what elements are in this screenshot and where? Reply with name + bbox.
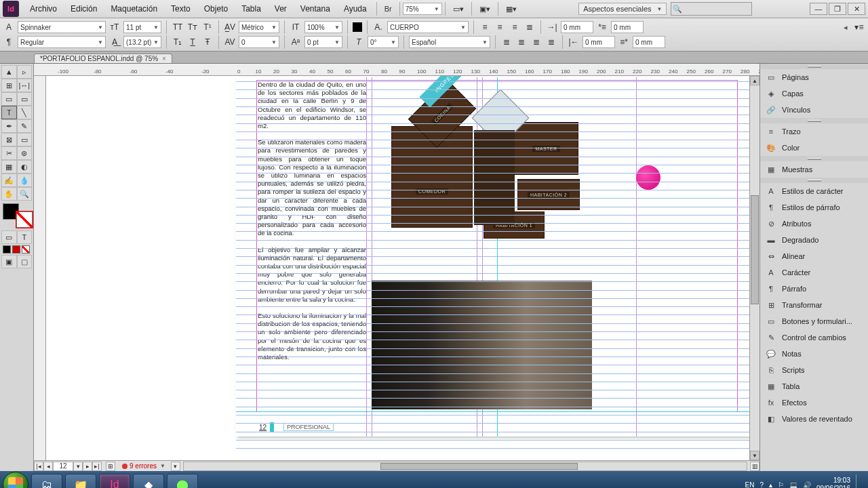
taskbar-libraries[interactable]: 🗂 — [31, 474, 62, 488]
tray-clock[interactable]: 19:0309/06/2016 — [816, 476, 850, 488]
align-center-icon[interactable]: ≡ — [494, 21, 506, 33]
leading-input[interactable]: (13.2 pt)▼ — [123, 36, 161, 48]
subscript-icon[interactable]: T₁ — [172, 36, 184, 48]
scroll-down-button[interactable]: ▼ — [750, 451, 760, 460]
page-dropdown[interactable]: ▾ — [73, 462, 83, 471]
panel-efectos[interactable]: fxEfectos — [760, 394, 868, 411]
minimize-button[interactable]: — — [810, 3, 827, 15]
dock-grip[interactable] — [760, 178, 868, 183]
open-panel-button[interactable]: ⊞ — [106, 462, 115, 471]
scroll-thumb[interactable] — [751, 195, 759, 305]
fill-icon[interactable] — [353, 22, 362, 32]
indent-first-input[interactable]: 0 mm — [611, 21, 644, 33]
next-page-button[interactable]: ▸ — [83, 462, 92, 471]
panel-p-rrafo[interactable]: ¶Párrafo — [760, 281, 868, 297]
maximize-button[interactable]: ❐ — [829, 3, 846, 15]
taskbar-app-5[interactable]: ⬤ — [167, 474, 198, 488]
panel-collapse-icon[interactable]: ◂ — [841, 23, 850, 32]
font-family-select[interactable]: Spinnaker▼ — [18, 21, 106, 33]
show-desktop-button[interactable] — [856, 474, 861, 488]
search-input[interactable]: 🔍 — [671, 2, 752, 16]
gradient-swatch-tool[interactable]: ▦ — [1, 160, 17, 174]
system-tray[interactable]: EN ? ▴ ⚐ 💻 🔊 19:0309/06/2016 — [745, 474, 865, 488]
page-tool[interactable]: ⊞ — [1, 79, 17, 92]
superscript-icon[interactable]: T¹ — [201, 21, 214, 33]
rectangle-frame-tool[interactable]: ⊠ — [1, 133, 17, 146]
line-tool[interactable]: ╲ — [17, 106, 33, 119]
view-mode-preview[interactable]: ▢ — [17, 255, 33, 268]
tray-lang[interactable]: EN — [745, 481, 754, 489]
last-page-button[interactable]: ▸| — [92, 462, 102, 471]
menu-ventana[interactable]: Ventana — [294, 1, 337, 16]
font-weight-select[interactable]: Regular▼ — [18, 36, 106, 48]
document-tab[interactable]: *PORTAFOLIO ESPANOL.indd @ 75% × — [34, 54, 172, 63]
panel-estilos-de-car-cter[interactable]: AEstilos de carácter — [760, 183, 868, 199]
view-mode-normal[interactable]: ▣ — [1, 255, 17, 268]
indent-right-input[interactable]: 0 mm — [583, 36, 615, 48]
workspace-select[interactable]: Aspectos esenciales▼ — [578, 3, 667, 15]
scissors-tool[interactable]: ✂ — [1, 146, 17, 160]
space-after-input[interactable]: 0 mm — [633, 36, 665, 48]
tray-volume-icon[interactable]: 🔊 — [803, 481, 811, 489]
tray-expand-icon[interactable]: ▴ — [769, 481, 772, 489]
panel-v-nculos[interactable]: 🔗Vínculos — [760, 102, 868, 118]
menu-maquetacion[interactable]: Maquetación — [104, 1, 164, 16]
indent-left-input[interactable]: 0 mm — [561, 21, 593, 33]
pencil-tool[interactable]: ✎ — [17, 119, 33, 133]
panel-alinear[interactable]: ⇔Alinear — [760, 248, 868, 264]
taskbar-indesign[interactable]: Id — [99, 474, 130, 488]
free-transform-tool[interactable]: ⊛ — [17, 146, 33, 160]
page-input[interactable]: 12 — [53, 462, 73, 471]
panel-control-de-cambios[interactable]: ✎Control de cambios — [760, 329, 868, 346]
kerning-select[interactable]: Métrico▼ — [239, 21, 279, 33]
panel-menu-icon[interactable]: ▾≡ — [853, 21, 865, 33]
panel-tabla[interactable]: ▦Tabla — [760, 378, 868, 394]
align-justify-icon[interactable]: ≣ — [524, 21, 536, 33]
start-button[interactable] — [3, 472, 28, 488]
panel-notas[interactable]: 💬Notas — [760, 346, 868, 362]
close-button[interactable]: ✕ — [848, 3, 865, 15]
vertical-scrollbar[interactable]: ▲ ▼ — [749, 76, 760, 460]
strike-icon[interactable]: Ŧ — [201, 36, 214, 48]
preflight-status[interactable]: 9 errores▼ — [122, 462, 165, 470]
dock-grip[interactable] — [760, 64, 868, 69]
menu-tabla[interactable]: Tabla — [235, 1, 268, 16]
scroll-up-button[interactable]: ▲ — [750, 76, 760, 85]
tracking-input[interactable]: 0▼ — [239, 36, 279, 48]
hscroll-thumb[interactable] — [380, 463, 578, 470]
panel-estilos-de-p-rrafo[interactable]: ¶Estilos de párrafo — [760, 199, 868, 216]
panel-car-cter[interactable]: ACarácter — [760, 264, 868, 281]
zoom-tool[interactable]: 🔍 — [17, 187, 33, 201]
rectangle-tool[interactable]: ▭ — [17, 133, 33, 146]
panel-capas[interactable]: ◈Capas — [760, 85, 868, 102]
page-area[interactable]: Dentro de la ciudad de Quito, en uno de … — [46, 76, 749, 460]
justify-right-icon[interactable]: ≣ — [530, 36, 542, 48]
first-page-button[interactable]: |◂ — [34, 462, 43, 471]
status-menu[interactable]: ▾ — [171, 462, 180, 471]
justify-left-icon[interactable]: ≣ — [500, 36, 513, 48]
taskbar-app-4[interactable]: ◆ — [133, 474, 164, 488]
tray-help-icon[interactable]: ? — [760, 481, 764, 489]
align-right-icon[interactable]: ≡ — [509, 21, 521, 33]
dock-grip[interactable] — [760, 118, 868, 123]
apply-color-swatches[interactable] — [3, 245, 31, 253]
menu-objeto[interactable]: Objeto — [197, 1, 235, 16]
baseline-input[interactable]: 0 pt▼ — [304, 36, 342, 48]
view-options-icon[interactable]: ▭▾ — [448, 3, 469, 16]
zoom-select[interactable]: 75%▼ — [403, 3, 442, 15]
arrange-icon[interactable]: ▦▾ — [501, 3, 521, 16]
justify-center-icon[interactable]: ≣ — [515, 36, 528, 48]
underline-icon[interactable]: T — [186, 36, 199, 48]
taskbar-explorer[interactable]: 📁 — [65, 474, 96, 488]
vscale-input[interactable]: 100%▼ — [304, 21, 342, 33]
justify-full-icon[interactable]: ≣ — [545, 36, 557, 48]
gap-tool[interactable]: |↔| — [17, 79, 33, 92]
fill-stroke-swatch[interactable] — [3, 203, 33, 228]
canvas[interactable]: -100-80-60-40-20010203040506070809010011… — [34, 64, 760, 471]
panel-degradado[interactable]: ▬Degradado — [760, 232, 868, 248]
body-text-frame[interactable]: Dentro de la ciudad de Quito, en uno de … — [258, 81, 366, 369]
prev-page-button[interactable]: ◂ — [43, 462, 53, 471]
pen-tool[interactable]: ✒ — [1, 119, 17, 133]
panel-transformar[interactable]: ⊞Transformar — [760, 297, 868, 313]
menu-archivo[interactable]: Archivo — [23, 1, 64, 16]
